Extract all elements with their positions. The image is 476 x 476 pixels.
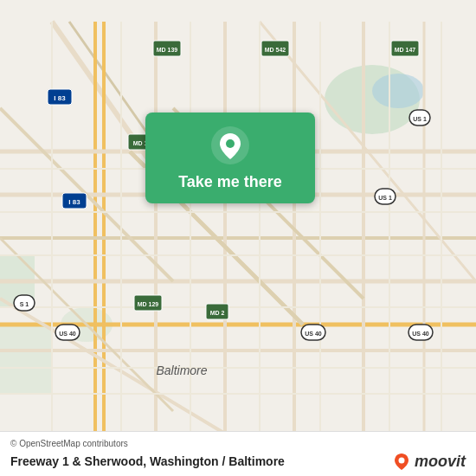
- moovit-logo: moovit: [392, 452, 466, 471]
- svg-rect-4: [0, 325, 52, 394]
- svg-text:MD 542: MD 542: [265, 47, 286, 53]
- svg-text:I 83: I 83: [68, 198, 80, 206]
- popup-label: Take me there: [178, 173, 282, 191]
- svg-text:US 40: US 40: [59, 331, 76, 337]
- svg-text:US 1: US 1: [413, 116, 427, 122]
- svg-text:Baltimore: Baltimore: [156, 363, 207, 377]
- svg-text:MD 2: MD 2: [210, 310, 225, 316]
- svg-text:US 40: US 40: [305, 331, 322, 337]
- moovit-text: moovit: [415, 453, 466, 471]
- svg-text:US 40: US 40: [412, 331, 429, 337]
- location-name: Freeway 1 & Sherwood, Washington / Balti…: [10, 454, 285, 468]
- svg-text:MD 139: MD 139: [157, 47, 178, 53]
- bottom-bar: © OpenStreetMap contributors Freeway 1 &…: [0, 431, 476, 476]
- svg-text:S 1: S 1: [20, 301, 29, 307]
- map-attribution: © OpenStreetMap contributors: [10, 439, 466, 448]
- svg-text:I 83: I 83: [54, 94, 66, 102]
- take-me-there-popup[interactable]: Take me there: [145, 113, 315, 203]
- map-background: I 83 MD 139 MD 542 MD 147 US 1 US 1 MD 1…: [0, 0, 476, 476]
- svg-point-71: [398, 458, 404, 464]
- bottom-info-row: Freeway 1 & Sherwood, Washington / Balti…: [10, 452, 466, 471]
- location-pin-icon: [211, 126, 249, 164]
- moovit-pin-icon: [392, 452, 411, 471]
- svg-point-70: [226, 139, 235, 148]
- svg-text:MD 147: MD 147: [395, 47, 416, 53]
- svg-text:MD 129: MD 129: [138, 301, 159, 307]
- svg-text:US 1: US 1: [378, 195, 392, 201]
- map-container: I 83 MD 139 MD 542 MD 147 US 1 US 1 MD 1…: [0, 0, 476, 476]
- svg-point-2: [372, 74, 424, 108]
